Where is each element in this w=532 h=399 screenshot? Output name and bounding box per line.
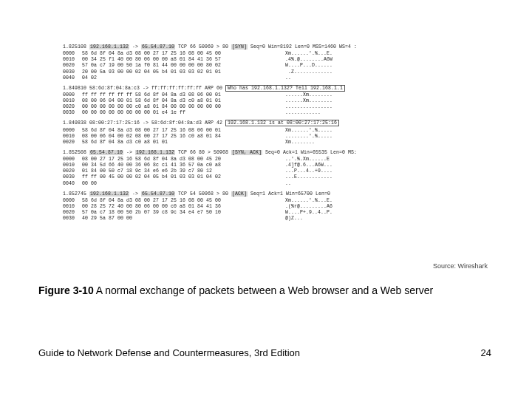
hex-line: 003020 00 5a 93 00 00 02 04 05 b4 01 03 … <box>63 69 484 75</box>
hex-line: 002057 0a c7 19 00 50 1a f0 81 44 00 00 … <box>63 63 484 69</box>
footer-page-number: 24 <box>481 347 491 358</box>
hex-line: 001000 34 5d 66 40 00 36 06 8c c1 41 36 … <box>63 163 484 168</box>
footer-book-title: Guide to Network Defense and Countermeas… <box>38 347 300 358</box>
hex-line: 002000 00 00 00 00 00 c0 a8 01 84 00 00 … <box>63 104 484 110</box>
hex-line: 003040 29 5a 87 00 00@)Z... <box>63 216 484 222</box>
hex-line: 000008 00 27 17 25 16 58 6d 8f 04 8a d3 … <box>63 157 484 163</box>
hex-line: 000058 6d 8f 04 8a d3 08 00 27 17 25 16 … <box>63 198 484 204</box>
packet-summary: 1.852508 65.54.87.10 -> 192.168.1.132 TC… <box>63 150 484 156</box>
packet-summary: 1.852745 192.168.1.132 -> 65.54.87.10 TC… <box>63 191 484 197</box>
image-source: Source: Wireshark <box>433 262 488 270</box>
figure-caption: Figure 3-10 A normal exchange of packets… <box>38 284 433 296</box>
hex-line: 002001 84 00 50 c7 18 9c 34 e6 e6 2b 39 … <box>63 168 484 174</box>
packet-summary: 1.825108 192.168.1.132 -> 65.54.87.10 TC… <box>63 44 484 50</box>
hex-line: 002058 6d 8f 04 8a d3 c0 a8 01 01Xm.....… <box>63 140 484 146</box>
hex-line: 0030ff ff 00 45 00 00 02 04 05 b4 01 03 … <box>63 174 484 180</box>
hex-line: 000058 6d 8f 04 8a d3 08 00 27 17 25 16 … <box>63 128 484 134</box>
hex-line: 001000 28 25 72 40 00 80 06 00 00 c0 a8 … <box>63 204 484 210</box>
hex-line: 004004 02.. <box>63 75 484 81</box>
hex-line: 000058 6d 8f 04 8a d3 08 00 27 17 25 16 … <box>63 51 484 57</box>
hex-line: 001008 00 06 04 00 01 58 6d 8f 04 8a d3 … <box>63 98 484 104</box>
figure-label: Figure 3-10 <box>38 284 94 296</box>
hex-line: 001000 34 25 f1 40 00 80 06 00 00 a8 01 … <box>63 57 484 63</box>
packet-dump: 1.825108 192.168.1.132 -> 65.54.87.10 TC… <box>63 44 484 226</box>
hex-line: 002057 0a c7 18 00 50 2b 07 39 c8 9c 34 … <box>63 210 484 216</box>
packet-summary: 1.849838 08:00:27:17:25:16 -> 58:6d:8f:0… <box>63 120 484 126</box>
hex-line: 003000 00 00 00 00 00 00 00 01 e4 1e ff.… <box>63 110 484 116</box>
hex-line: 0000ff ff ff ff ff ff 58 6d 8f 04 8a d3 … <box>63 92 484 98</box>
hex-line: 004000 00.. <box>63 181 484 187</box>
packet-summary: 1.849810 58:6d:8f:04:8a:c3 -> ff:ff:ff:f… <box>63 86 484 92</box>
hex-line: 001008 00 06 04 00 02 08 00 27 17 25 16 … <box>63 134 484 140</box>
